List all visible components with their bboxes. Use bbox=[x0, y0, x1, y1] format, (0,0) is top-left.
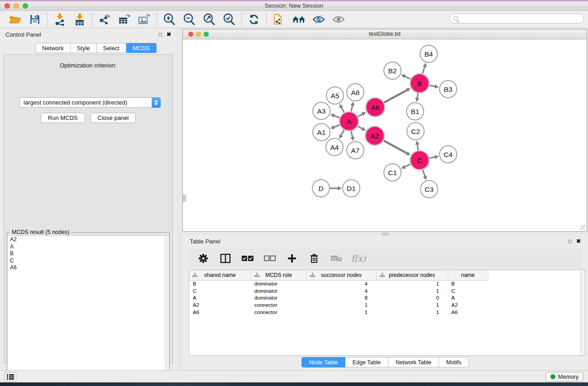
result-list-item[interactable]: C bbox=[8, 257, 165, 265]
tab-edge-table[interactable]: Edge Table bbox=[345, 357, 388, 367]
graph-edge-B-B4[interactable] bbox=[422, 67, 425, 74]
graph-edge-B-B1[interactable] bbox=[417, 93, 418, 98]
table-row[interactable]: A2connector11A2 bbox=[189, 301, 584, 309]
memory-button[interactable]: Memory bbox=[545, 372, 583, 381]
column-header-name[interactable]: name bbox=[448, 270, 488, 280]
graph-edge-A2-C[interactable] bbox=[383, 141, 407, 153]
result-list-item[interactable]: A2 bbox=[8, 236, 165, 243]
float-panel-icon[interactable]: □ bbox=[159, 31, 162, 38]
search-input[interactable] bbox=[461, 15, 580, 22]
graph-node-label: B2 bbox=[388, 67, 397, 75]
column-header-predecessor-nodes[interactable]: predecessor nodes bbox=[376, 270, 448, 280]
graph-edge-B-B2[interactable] bbox=[405, 76, 411, 79]
titlebar: Session: New Session bbox=[0, 1, 588, 11]
export-table-button[interactable] bbox=[116, 12, 133, 27]
network-canvas[interactable]: B4B2BB3B1A5A8A6A3AA1C2A2A4A7C4CC1C3DD1 bbox=[183, 40, 587, 231]
float-table-panel-icon[interactable]: □ bbox=[569, 238, 572, 244]
delete-column-button[interactable] bbox=[308, 252, 320, 265]
graph-edge-A-A7[interactable] bbox=[351, 131, 353, 137]
window-resize-grip[interactable] bbox=[580, 225, 586, 231]
network-maximize-button[interactable] bbox=[204, 32, 209, 37]
export-image-button[interactable] bbox=[136, 12, 153, 27]
table-scrollbar[interactable] bbox=[580, 270, 585, 355]
control-panel: Control Panel □ ✖ Network Style Select M… bbox=[0, 28, 177, 370]
table-row[interactable]: Cdominator41C bbox=[189, 287, 584, 295]
column-type-icon bbox=[192, 273, 197, 277]
table-row[interactable]: Bdominator41B bbox=[189, 280, 584, 287]
add-column-button[interactable] bbox=[286, 252, 298, 265]
zoom-in-button[interactable] bbox=[161, 12, 177, 27]
split-pane-handle-vertical[interactable] bbox=[183, 195, 186, 202]
optimization-criterion-dropdown[interactable]: largest connected component (directed) bbox=[19, 97, 161, 108]
show-columns-button[interactable] bbox=[219, 252, 232, 265]
zoom-out-button[interactable] bbox=[181, 12, 197, 27]
graph-edge-A-A2[interactable] bbox=[358, 126, 362, 129]
graph-node-label: D bbox=[318, 185, 323, 192]
close-panel-button[interactable]: Close panel bbox=[91, 113, 136, 123]
graph-edge-C-C2[interactable] bbox=[417, 145, 418, 151]
column-header-shared-name[interactable]: shared name bbox=[189, 270, 251, 280]
graph-edge-A-A8[interactable] bbox=[351, 105, 353, 111]
hide-graphics-details-button[interactable] bbox=[311, 12, 327, 27]
show-graphics-details-button[interactable] bbox=[330, 12, 347, 27]
result-list-item[interactable]: A6 bbox=[8, 264, 165, 272]
zoom-selected-button[interactable] bbox=[221, 12, 237, 27]
network-window-titlebar[interactable]: testGlobe.txt bbox=[183, 29, 587, 39]
export-network-button[interactable] bbox=[96, 12, 113, 27]
close-table-panel-icon[interactable]: ✖ bbox=[576, 238, 581, 244]
graph-edge-C-C1[interactable] bbox=[405, 164, 411, 167]
column-header-mcds-role[interactable]: MCDS role bbox=[251, 270, 306, 280]
import-network-button[interactable] bbox=[52, 12, 68, 27]
graph-edge-A6-B[interactable] bbox=[384, 90, 407, 102]
graph-edge-A-A5[interactable] bbox=[341, 107, 344, 112]
tab-select[interactable]: Select bbox=[97, 43, 126, 53]
graph-node-label: C bbox=[417, 157, 422, 164]
graph-node-label: A bbox=[347, 118, 352, 125]
dropdown-stepper-icon bbox=[152, 97, 161, 108]
tab-node-table[interactable]: Node Table bbox=[301, 357, 345, 367]
column-header-successor-nodes[interactable]: successor nodes bbox=[306, 270, 376, 280]
select-all-button[interactable] bbox=[241, 252, 254, 265]
open-session-button[interactable] bbox=[7, 12, 23, 27]
function-builder-button[interactable]: f(x) bbox=[352, 252, 365, 265]
zoom-out-icon bbox=[182, 13, 196, 26]
table-row[interactable]: Adominator80A bbox=[189, 295, 584, 302]
new-network-button[interactable] bbox=[271, 12, 287, 27]
tab-network[interactable]: Network bbox=[35, 43, 71, 53]
result-list-scrollbar[interactable] bbox=[165, 236, 169, 386]
tab-mcds[interactable]: MCDS bbox=[126, 43, 157, 53]
save-session-button[interactable] bbox=[27, 12, 43, 27]
graph-edge-C-C4[interactable] bbox=[430, 157, 435, 158]
run-mcds-button[interactable]: Run MCDS bbox=[41, 113, 85, 123]
tab-motifs[interactable]: Motifs bbox=[439, 357, 469, 367]
result-list-item[interactable]: A bbox=[8, 243, 165, 251]
delete-table-button[interactable] bbox=[330, 252, 343, 265]
graph-edge-C-C3[interactable] bbox=[423, 170, 425, 176]
graph-edge-arrowhead bbox=[415, 98, 419, 102]
tab-network-table[interactable]: Network Table bbox=[388, 357, 439, 367]
graph-edge-A-A6[interactable] bbox=[358, 114, 362, 117]
tab-style[interactable]: Style bbox=[71, 43, 97, 53]
table-options-button[interactable] bbox=[197, 252, 210, 265]
import-table-button[interactable] bbox=[72, 12, 88, 27]
maximize-window-button[interactable] bbox=[23, 3, 28, 9]
close-panel-icon[interactable]: ✖ bbox=[167, 31, 171, 38]
result-list-item[interactable]: B bbox=[8, 250, 165, 257]
close-window-button[interactable] bbox=[5, 3, 10, 9]
deselect-all-button[interactable] bbox=[263, 252, 276, 265]
graph-edge-A-A4[interactable] bbox=[341, 130, 344, 135]
graph-edge-B-B3[interactable] bbox=[430, 85, 435, 86]
network-close-button[interactable] bbox=[188, 32, 193, 37]
search-box[interactable] bbox=[449, 14, 584, 24]
refresh-button[interactable] bbox=[246, 12, 262, 27]
mcds-result-list[interactable]: A2ABCA6 bbox=[8, 236, 165, 386]
table-row[interactable]: A6connector11A6 bbox=[189, 309, 584, 316]
zoom-fit-button[interactable] bbox=[201, 12, 217, 27]
home-button[interactable] bbox=[291, 12, 307, 27]
minimize-window-button[interactable] bbox=[14, 3, 19, 9]
graph-edge-A-A3[interactable] bbox=[334, 116, 339, 118]
export-table-icon bbox=[118, 13, 131, 26]
network-minimize-button[interactable] bbox=[196, 32, 201, 37]
graph-edge-A-A1[interactable] bbox=[334, 125, 340, 127]
task-history-button[interactable] bbox=[5, 372, 16, 381]
